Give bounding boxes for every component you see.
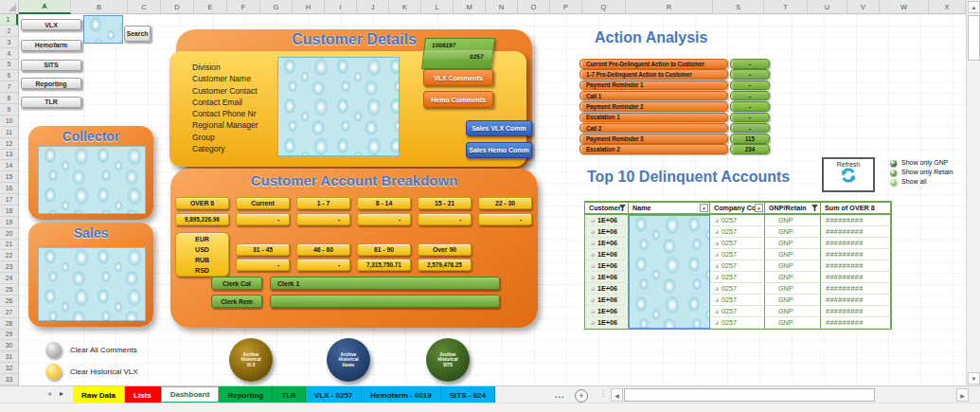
row-header-27[interactable]: 27 [0, 307, 18, 318]
row-header-19[interactable]: 19 [0, 217, 18, 228]
row-header-33[interactable]: 33 [0, 374, 18, 385]
row-header-23[interactable]: 23 [0, 261, 18, 273]
row-header-26[interactable]: 26 [0, 296, 18, 307]
column-header-v[interactable]: V [847, 0, 880, 14]
filter-dot-show-all[interactable] [890, 179, 897, 186]
top10-gnp-cell[interactable]: GNP [765, 283, 821, 295]
new-sheet-button[interactable]: + [575, 389, 588, 403]
filter-icon[interactable] [811, 205, 818, 211]
row-header-17[interactable]: 17 [0, 194, 18, 206]
vertical-scrollbar[interactable]: ▲ ▼ [966, 0, 980, 385]
filter-dot-show-only-retain[interactable] [890, 170, 897, 176]
archive-button-sits[interactable]: ArchiveHistoricalSITS [426, 338, 470, 382]
top10-gnp-cell[interactable]: GNP [765, 260, 821, 272]
top10-customer-cell[interactable]: 1E+06 [585, 226, 629, 238]
row-header-21[interactable]: 21 [0, 240, 18, 251]
top10-gnp-cell[interactable]: GNP [765, 272, 821, 283]
dropdown-icon[interactable]: ▾ [755, 204, 763, 212]
sheet-tab-lists[interactable]: Lists [125, 386, 161, 403]
top10-sum-cell[interactable]: ######### [821, 260, 891, 272]
row-header-1[interactable]: 1 [0, 14, 18, 26]
row-header-29[interactable]: 29 [0, 330, 18, 341]
row-header-30[interactable]: 30 [0, 340, 18, 351]
clear-all-comments-button[interactable] [45, 342, 62, 358]
top10-sum-cell[interactable]: ######### [821, 238, 891, 249]
clear-historical-vlx-button[interactable] [45, 364, 62, 380]
column-header-w[interactable]: W [880, 0, 929, 14]
column-header-m[interactable]: M [454, 0, 486, 14]
scroll-up-button[interactable]: ▲ [968, 1, 980, 13]
row-header-20[interactable]: 20 [0, 228, 18, 240]
tab-overflow-indicator[interactable]: ... [555, 390, 565, 400]
sheet-tab-sits-024[interactable]: SITS - 024 [441, 386, 495, 403]
scroll-left-button[interactable]: ◀ [611, 388, 623, 402]
dropdown-icon[interactable]: ▾ [700, 204, 708, 212]
row-header-6[interactable]: 6 [0, 70, 18, 81]
filter-icon[interactable] [619, 205, 626, 211]
vlx-comments-button[interactable]: VLX Comments [423, 69, 493, 86]
top10-company-cell[interactable]: 0257 [710, 295, 765, 306]
top10-sum-cell[interactable]: ######### [821, 226, 891, 238]
top10-gnp-cell[interactable]: GNP [765, 317, 821, 329]
top10-customer-cell[interactable]: 1E+06 [585, 306, 629, 317]
column-header-f[interactable]: F [227, 0, 260, 14]
column-header-l[interactable]: L [421, 0, 454, 14]
row-header-13[interactable]: 13 [0, 150, 18, 161]
row-header-12[interactable]: 12 [0, 138, 18, 150]
sheet-tab-dashboard[interactable]: Dashboard [161, 386, 220, 403]
row-header-4[interactable]: 4 [0, 48, 18, 60]
row-header-2[interactable]: 2 [0, 26, 18, 37]
row-header-25[interactable]: 25 [0, 284, 18, 296]
nav-button-reporting[interactable]: Reporting [21, 78, 81, 89]
top10-sum-cell[interactable]: ######### [821, 317, 891, 329]
row-header-14[interactable]: 14 [0, 160, 18, 171]
top10-customer-cell[interactable]: 1E+06 [585, 295, 629, 306]
column-header-j[interactable]: J [357, 0, 389, 14]
nav-button-vlx[interactable]: VLX [21, 19, 81, 30]
top10-sum-cell[interactable]: ######### [821, 283, 891, 295]
row-header-24[interactable]: 24 [0, 273, 18, 284]
top10-company-cell[interactable]: 0257 [710, 226, 765, 238]
row-header-7[interactable]: 7 [0, 81, 18, 93]
scroll-down-button[interactable]: ▼ [968, 372, 980, 385]
filter-label-show-only-retain[interactable]: Show only Retain [901, 169, 953, 175]
row-header-15[interactable]: 15 [0, 171, 18, 183]
filter-label-show-only-gnp[interactable]: Show only GNP [901, 159, 948, 166]
row-header-28[interactable]: 28 [0, 318, 18, 330]
nav-button-tlr[interactable]: TLR [21, 97, 81, 108]
top10-company-cell[interactable]: 0257 [710, 260, 765, 272]
column-header-n[interactable]: N [486, 0, 518, 14]
top10-sum-cell[interactable]: ######### [821, 306, 891, 317]
column-header-x[interactable]: X [929, 0, 966, 14]
top10-company-cell[interactable]: 0257 [710, 272, 765, 283]
top10-header-gnp-retain[interactable]: GNP/Retain [765, 202, 821, 215]
nav-button-hemofarm[interactable]: Hemofarm [21, 40, 81, 51]
top10-customer-cell[interactable]: 1E+06 [585, 317, 629, 329]
column-header-r[interactable]: R [626, 0, 713, 14]
refresh-button[interactable]: Refresh [822, 157, 875, 192]
column-header-s[interactable]: S [713, 0, 764, 14]
column-header-c[interactable]: C [128, 0, 161, 14]
top10-customer-cell[interactable]: 1E+06 [585, 260, 629, 272]
sheet-tab-raw-data[interactable]: Raw Data [73, 386, 125, 403]
archive-button-hemo[interactable]: ArchiveHistoricalHemo [327, 338, 370, 382]
top10-company-cell[interactable]: 0257 [710, 283, 765, 295]
sales-vlx-comm-button[interactable]: Sales VLX Comm [466, 120, 532, 136]
sheet-tab-reporting[interactable]: Reporting [219, 386, 273, 403]
top10-company-cell[interactable]: 0257 [710, 317, 765, 329]
column-header-b[interactable]: B [71, 0, 128, 14]
tab-scroll-right-icon[interactable]: ▸ [60, 389, 63, 398]
row-header-9[interactable]: 9 [0, 104, 18, 116]
column-header-q[interactable]: Q [582, 0, 626, 14]
row-header-22[interactable]: 22 [0, 250, 18, 261]
top10-gnp-cell[interactable]: GNP [765, 238, 821, 249]
select-all-corner[interactable] [0, 0, 19, 14]
sales-hemo-comm-button[interactable]: Sales Hemo Comm [466, 142, 532, 158]
row-header-5[interactable]: 5 [0, 60, 18, 71]
vertical-scroll-thumb[interactable] [968, 15, 980, 61]
top10-company-cell[interactable]: 0257 [710, 238, 765, 249]
top10-gnp-cell[interactable]: GNP [765, 249, 821, 260]
sheet-tab-tlr[interactable]: TLR [273, 386, 306, 403]
top10-company-cell[interactable]: 0257 [710, 306, 765, 317]
horizontal-scroll-thumb[interactable] [624, 388, 875, 402]
